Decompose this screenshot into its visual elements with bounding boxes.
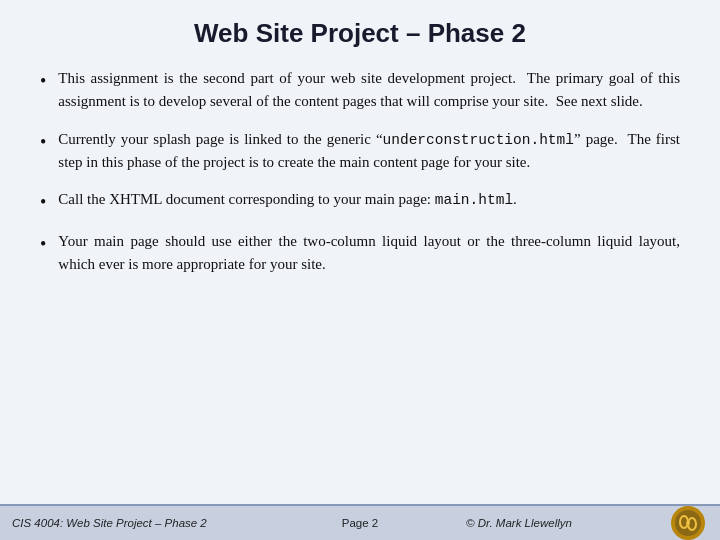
bullet-text-1: This assignment is the second part of yo… <box>58 67 680 114</box>
bullet-dot-2: • <box>40 129 46 156</box>
code-underconstruction: underconstruction.html <box>383 132 574 148</box>
code-mainhtml: main.html <box>435 192 513 208</box>
bullet-text-3: Call the XHTML document corresponding to… <box>58 188 680 211</box>
bullet-dot-4: • <box>40 231 46 258</box>
bullet-list: • This assignment is the second part of … <box>40 67 680 277</box>
bullet-text-2: Currently your splash page is linked to … <box>58 128 680 175</box>
svg-point-3 <box>686 521 690 525</box>
slide-title: Web Site Project – Phase 2 <box>40 18 680 49</box>
footer-logo <box>668 506 708 540</box>
bullet-dot-1: • <box>40 68 46 95</box>
logo-svg <box>674 509 702 537</box>
bullet-text-4: Your main page should use either the two… <box>58 230 680 277</box>
bullet-item-3: • Call the XHTML document corresponding … <box>40 188 680 216</box>
slide-footer: CIS 4004: Web Site Project – Phase 2 Pag… <box>0 504 720 540</box>
footer-page-number: Page 2 <box>342 517 378 529</box>
slide-content: Web Site Project – Phase 2 • This assign… <box>0 0 720 504</box>
bullet-dot-3: • <box>40 189 46 216</box>
slide: Web Site Project – Phase 2 • This assign… <box>0 0 720 540</box>
bullet-item-4: • Your main page should use either the t… <box>40 230 680 277</box>
logo-icon <box>671 506 705 540</box>
bullet-item-2: • Currently your splash page is linked t… <box>40 128 680 175</box>
footer-left-text: CIS 4004: Web Site Project – Phase 2 <box>12 517 310 529</box>
bullet-item-1: • This assignment is the second part of … <box>40 67 680 114</box>
